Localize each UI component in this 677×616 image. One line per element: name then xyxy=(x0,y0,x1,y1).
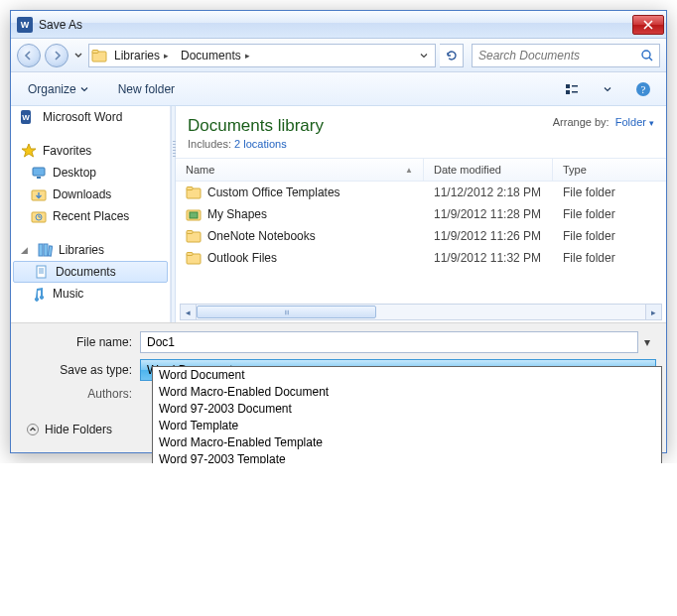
expander-icon[interactable]: ◢ xyxy=(21,245,31,255)
search-input[interactable] xyxy=(476,48,639,63)
sidebar-item-documents[interactable]: Documents xyxy=(13,261,168,283)
file-date: 11/12/2012 2:18 PM xyxy=(424,185,553,199)
arrange-by[interactable]: Arrange by: Folder ▾ xyxy=(553,116,654,128)
arrow-left-icon xyxy=(23,50,35,62)
close-icon xyxy=(643,20,653,30)
library-header: Documents library Includes: 2 locations … xyxy=(176,106,666,158)
sidebar-item-word[interactable]: W Microsoft Word xyxy=(11,106,170,128)
chevron-down-icon xyxy=(80,85,88,93)
history-dropdown[interactable] xyxy=(72,47,84,64)
recent-icon xyxy=(31,208,47,224)
file-row[interactable]: OneNote Notebooks11/9/2012 11:26 PMFile … xyxy=(176,225,666,247)
savetype-label: Save as type: xyxy=(21,363,140,377)
sidebar-item-label: Downloads xyxy=(53,187,111,201)
svg-rect-1 xyxy=(92,50,98,53)
file-list-pane: Documents library Includes: 2 locations … xyxy=(176,106,666,322)
scroll-thumb[interactable] xyxy=(197,306,376,318)
file-type: File folder xyxy=(553,251,666,265)
svg-rect-17 xyxy=(37,266,46,278)
sidebar-group-favorites[interactable]: Favorites xyxy=(11,140,170,162)
toolbar: Organize New folder ? xyxy=(11,72,666,106)
col-type[interactable]: Type xyxy=(553,159,666,181)
navigation-bar: Libraries ▸ Documents ▸ xyxy=(11,39,666,72)
svg-rect-21 xyxy=(190,212,198,218)
file-type: File folder xyxy=(553,185,666,199)
scroll-right-button[interactable]: ▸ xyxy=(645,304,662,320)
locations-link[interactable]: 2 locations xyxy=(234,138,287,150)
file-row[interactable]: Outlook Files11/9/2012 11:32 PMFile fold… xyxy=(176,247,666,269)
refresh-icon xyxy=(445,49,459,62)
sidebar-item-label: Desktop xyxy=(53,166,96,180)
window-title: Save As xyxy=(39,18,82,32)
help-button[interactable]: ? xyxy=(630,76,656,102)
chevron-right-icon: ▸ xyxy=(245,51,250,61)
sidebar-item-downloads[interactable]: Downloads xyxy=(11,184,170,205)
savetype-option[interactable]: Word Template xyxy=(153,418,661,434)
breadcrumb-label: Libraries xyxy=(114,49,160,62)
svg-text:?: ? xyxy=(641,83,646,95)
desktop-icon xyxy=(31,165,47,181)
breadcrumb-label: Documents xyxy=(181,49,241,62)
authors-label: Authors: xyxy=(21,387,140,401)
close-button[interactable] xyxy=(632,15,664,35)
breadcrumb-libraries[interactable]: Libraries ▸ xyxy=(107,45,174,66)
savetype-option[interactable]: Word Macro-Enabled Template xyxy=(153,434,661,451)
location-folder-icon xyxy=(91,48,107,63)
refresh-button[interactable] xyxy=(440,44,464,67)
sidebar-group-libraries[interactable]: ◢ Libraries xyxy=(11,239,170,261)
new-folder-label: New folder xyxy=(118,82,175,96)
music-icon xyxy=(31,286,47,302)
savetype-option[interactable]: Word 97-2003 Template xyxy=(153,451,661,463)
chevron-right-icon: ▸ xyxy=(164,51,169,61)
library-subtitle: Includes: 2 locations xyxy=(188,138,324,150)
savetype-option[interactable]: Word Document xyxy=(153,367,661,384)
address-dropdown[interactable] xyxy=(415,45,433,66)
help-icon: ? xyxy=(635,81,651,97)
chevron-up-icon xyxy=(27,424,39,435)
organize-label: Organize xyxy=(28,82,76,96)
column-headers: Name▲ Date modified Type xyxy=(176,158,666,182)
folder-icon xyxy=(186,206,202,222)
new-folder-button[interactable]: New folder xyxy=(111,76,182,102)
breadcrumb-documents[interactable]: Documents ▸ xyxy=(174,45,255,66)
hide-folders-label: Hide Folders xyxy=(45,423,112,436)
titlebar: W Save As xyxy=(11,11,666,39)
filename-input[interactable] xyxy=(140,331,638,353)
search-box[interactable] xyxy=(472,44,660,67)
file-name: OneNote Notebooks xyxy=(207,229,316,243)
svg-point-2 xyxy=(642,51,650,59)
sidebar-item-recent[interactable]: Recent Places xyxy=(11,205,170,227)
star-icon xyxy=(21,143,37,159)
forward-button[interactable] xyxy=(45,44,68,67)
view-options-button[interactable] xyxy=(559,76,585,102)
organize-button[interactable]: Organize xyxy=(21,76,95,102)
sidebar-item-music[interactable]: Music xyxy=(11,283,170,305)
file-type: File folder xyxy=(553,207,666,221)
scroll-track[interactable] xyxy=(197,304,645,320)
col-date[interactable]: Date modified xyxy=(424,159,553,181)
address-bar[interactable]: Libraries ▸ Documents ▸ xyxy=(88,44,436,67)
back-button[interactable] xyxy=(17,44,41,67)
savetype-dropdown-list[interactable]: Word DocumentWord Macro-Enabled Document… xyxy=(152,366,662,463)
nav-sidebar: W Microsoft Word Favorites Desktop Downl… xyxy=(11,106,171,322)
svg-rect-25 xyxy=(187,253,193,256)
col-name[interactable]: Name▲ xyxy=(176,159,424,181)
svg-rect-3 xyxy=(566,84,570,88)
filename-dropdown[interactable]: ▾ xyxy=(638,335,656,349)
horizontal-scrollbar[interactable]: ◂ ▸ xyxy=(180,304,662,320)
splitter[interactable] xyxy=(171,106,176,322)
view-dropdown[interactable] xyxy=(601,76,614,102)
file-type: File folder xyxy=(553,229,666,243)
sidebar-item-label: Libraries xyxy=(59,243,104,257)
savetype-option[interactable]: Word Macro-Enabled Document xyxy=(153,384,661,401)
scroll-left-button[interactable]: ◂ xyxy=(180,304,197,320)
sidebar-item-desktop[interactable]: Desktop xyxy=(11,162,170,184)
file-name: My Shapes xyxy=(207,207,267,221)
sidebar-item-label: Recent Places xyxy=(53,209,129,223)
file-name: Outlook Files xyxy=(207,251,277,265)
folder-icon xyxy=(186,185,202,200)
savetype-option[interactable]: Word 97-2003 Document xyxy=(153,401,661,418)
file-row[interactable]: Custom Office Templates11/12/2012 2:18 P… xyxy=(176,182,666,203)
hide-folders-button[interactable]: Hide Folders xyxy=(21,419,118,440)
file-row[interactable]: My Shapes11/9/2012 11:28 PMFile folder xyxy=(176,203,666,225)
